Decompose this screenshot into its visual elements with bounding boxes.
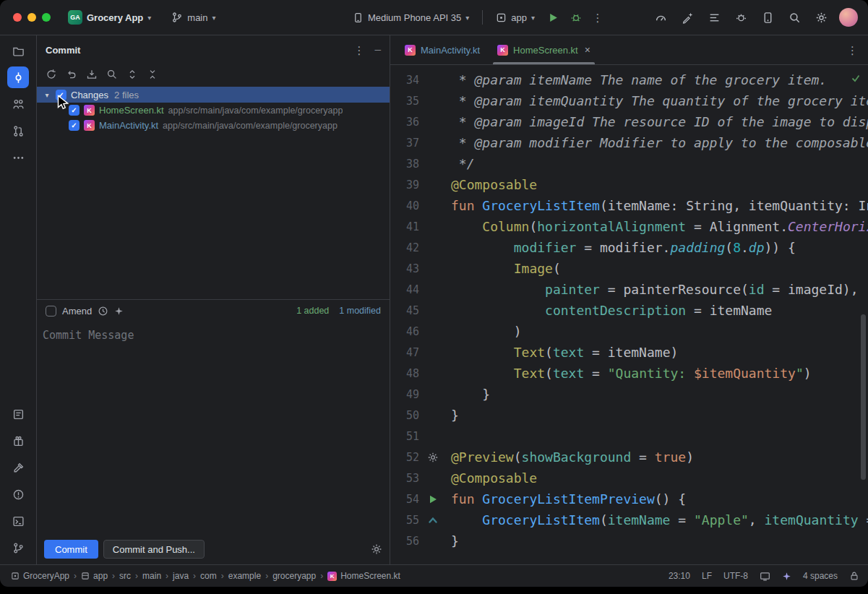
code-line[interactable]: 52@Preview(showBackground = true) (390, 447, 868, 468)
profiler-icon[interactable] (652, 9, 669, 26)
tab-mainactivity[interactable]: K MainActivity.kt (396, 35, 489, 64)
changes-checkbox[interactable] (56, 90, 66, 100)
expand-all-icon[interactable] (126, 69, 138, 80)
changes-root-row[interactable]: ▾ Changes 2 files (37, 87, 390, 103)
problems-tool-icon[interactable] (7, 483, 29, 505)
settings-icon[interactable] (812, 9, 830, 26)
expand-chevron-icon[interactable]: ▾ (43, 91, 51, 99)
screen-mirror-icon[interactable] (760, 571, 770, 582)
window-zoom-icon[interactable] (42, 13, 51, 22)
logcat-icon[interactable] (705, 9, 723, 26)
changed-file-row[interactable]: KHomeScreen.ktapp/src/main/java/com/exam… (37, 103, 390, 118)
project-selector[interactable]: GA Grocery App ▾ (64, 7, 155, 27)
indent-config[interactable]: 4 spaces (803, 571, 838, 581)
code-line[interactable]: 36 * @param imageId The resource ID of t… (390, 111, 868, 132)
breadcrumb-item[interactable]: com (198, 569, 219, 582)
app-inspection-icon[interactable] (732, 9, 749, 26)
code-line[interactable]: 53@Composable (390, 468, 868, 488)
cursor-position[interactable]: 23:10 (669, 571, 690, 581)
code-line[interactable]: 48 Text(text = "Quantity: $itemQuantity"… (390, 363, 868, 384)
code-line[interactable]: 35 * @param itemQuantity The quantity of… (390, 90, 868, 111)
search-icon[interactable] (786, 9, 803, 26)
breadcrumb-item[interactable]: GroceryApp (9, 569, 72, 582)
run-gutter-icon[interactable] (419, 494, 447, 504)
code-line[interactable]: 41 Column(horizontalAlignment = Alignmen… (390, 216, 868, 237)
caret-gutter-icon[interactable] (419, 515, 447, 525)
branch-selector[interactable]: main ▾ (167, 9, 220, 26)
code-line[interactable]: 38 */ (390, 153, 868, 174)
app-quality-insights-tool-icon[interactable] (7, 430, 29, 452)
code-line[interactable]: 56} (390, 530, 868, 551)
file-checkbox[interactable] (69, 105, 80, 116)
code-line[interactable]: 50} (390, 405, 868, 426)
diff-preview-icon[interactable] (106, 69, 118, 80)
lock-icon[interactable] (849, 571, 859, 581)
amend-checkbox[interactable] (46, 306, 56, 317)
history-clock-icon[interactable] (98, 306, 108, 317)
code-line[interactable]: 47 Text(text = itemName) (390, 342, 868, 363)
inspections-ok-icon[interactable] (851, 71, 861, 86)
close-tab-icon[interactable]: × (585, 44, 590, 56)
code-line[interactable]: 51 (390, 426, 868, 447)
ai-sparkle-icon[interactable] (114, 306, 124, 316)
file-encoding[interactable]: UTF-8 (723, 571, 748, 581)
code-line[interactable]: 37 * @param modifier Modifier to apply t… (390, 132, 868, 153)
code-line[interactable]: 43 Image( (390, 258, 868, 279)
device-selector[interactable]: Medium Phone API 35 ▾ (348, 9, 473, 26)
collapse-all-icon[interactable] (147, 69, 158, 80)
structure-tool-icon[interactable] (7, 93, 29, 115)
code-line[interactable]: 40fun GroceryListItem(itemName: String, … (390, 195, 868, 216)
code-line[interactable]: 42 modifier = modifier.padding(8.dp)) { (390, 237, 868, 258)
run-button[interactable] (543, 8, 562, 27)
commit-and-push-button[interactable]: Commit and Push... (103, 540, 205, 559)
window-close-icon[interactable] (13, 13, 22, 22)
breadcrumb-item[interactable]: KHomeScreen.kt (325, 569, 403, 582)
file-checkbox[interactable] (69, 120, 80, 131)
code-area[interactable]: 34 * @param itemName The name of the gro… (390, 65, 868, 564)
editor-scrollbar[interactable] (861, 314, 866, 480)
pull-requests-tool-icon[interactable] (7, 120, 29, 142)
commit-settings-gear-icon[interactable] (371, 543, 382, 555)
code-line[interactable]: 54fun GroceryListItemPreview() { (390, 488, 868, 509)
code-line[interactable]: 39@Composable (390, 174, 868, 195)
code-line[interactable]: 55 GroceryListItem(itemName = "Apple", i… (390, 509, 868, 530)
device-manager-icon[interactable] (759, 9, 776, 26)
more-tools-icon[interactable] (7, 147, 29, 168)
breadcrumb-item[interactable]: example (226, 569, 263, 582)
build-tool-icon[interactable] (7, 457, 29, 478)
breadcrumb-item[interactable]: java (171, 569, 191, 582)
options-kebab-icon[interactable]: ⋮ (353, 45, 364, 56)
editor-options-kebab-icon[interactable]: ⋮ (847, 35, 868, 64)
code-line[interactable]: 45 contentDescription = itemName (390, 300, 868, 321)
gemini-status-icon[interactable] (782, 572, 791, 581)
gear-gutter-icon[interactable] (419, 452, 447, 463)
line-separator[interactable]: LF (702, 571, 712, 581)
version-control-tool-icon[interactable] (7, 537, 29, 559)
user-avatar[interactable] (839, 8, 858, 27)
changed-file-row[interactable]: KMainActivity.ktapp/src/main/java/com/ex… (37, 118, 390, 133)
more-actions-icon[interactable]: ⋮ (590, 8, 606, 27)
rollback-icon[interactable] (66, 69, 77, 80)
commit-message-input[interactable] (37, 322, 390, 534)
breadcrumb-item[interactable]: main (140, 569, 163, 582)
terminal-tool-icon[interactable] (7, 510, 29, 532)
shelve-icon[interactable] (86, 69, 98, 80)
logcat-tool-icon[interactable] (7, 403, 29, 425)
breadcrumb-item[interactable]: app (79, 569, 110, 582)
refresh-icon[interactable] (46, 69, 57, 80)
window-minimize-icon[interactable] (27, 13, 36, 22)
commit-button[interactable]: Commit (44, 540, 98, 559)
breadcrumb-item[interactable]: groceryapp (270, 569, 318, 582)
hide-panel-icon[interactable]: ─ (374, 46, 381, 54)
project-tool-icon[interactable] (7, 40, 29, 61)
debug-button[interactable] (567, 8, 585, 27)
commit-tool-icon[interactable] (7, 66, 29, 88)
code-line[interactable]: 34 * @param itemName The name of the gro… (390, 69, 868, 90)
tab-homescreen[interactable]: K HomeScreen.kt × (489, 35, 599, 64)
code-line[interactable]: 44 painter = painterResource(id = imageI… (390, 279, 868, 300)
run-configuration-selector[interactable]: app ▾ (491, 9, 539, 26)
code-line[interactable]: 46 ) (390, 321, 868, 342)
ask-gemini-icon[interactable] (679, 9, 696, 26)
breadcrumb-item[interactable]: src (117, 569, 133, 582)
code-line[interactable]: 49 } (390, 384, 868, 405)
